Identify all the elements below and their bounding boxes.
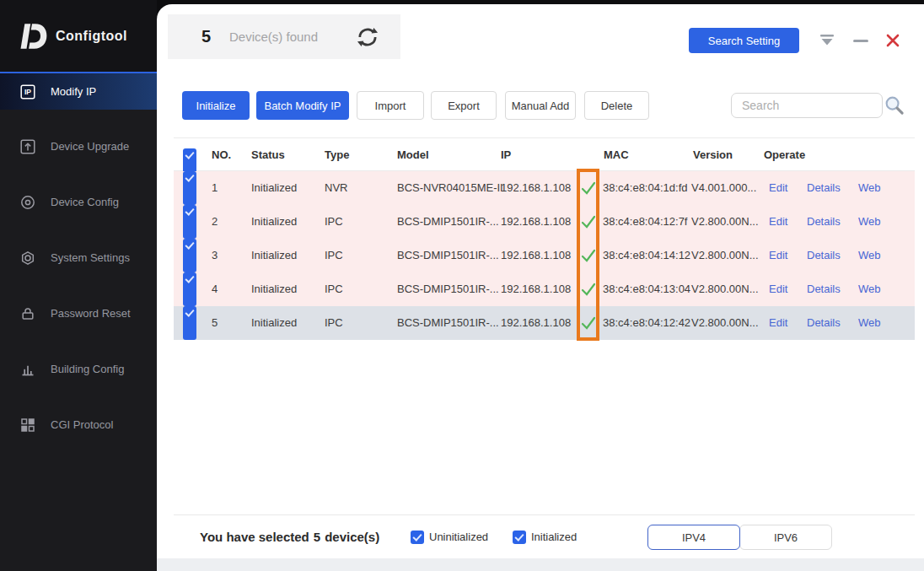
cell-no: 4	[212, 272, 218, 306]
sidebar-item-system-settings[interactable]: System Settings	[0, 239, 157, 277]
sidebar: Configtool IP Modify IP	[0, 0, 157, 571]
import-button[interactable]: Import	[357, 91, 424, 120]
initialize-button[interactable]: Initialize	[182, 91, 250, 120]
edit-link[interactable]: Edit	[769, 171, 787, 205]
online-check-icon	[581, 315, 596, 331]
minimize-button[interactable]	[850, 30, 872, 51]
row-checkbox[interactable]	[183, 272, 196, 306]
search-icon[interactable]	[884, 95, 905, 116]
table-row[interactable]: 3 Initialized IPC BCS-DMIP1501IR-... 192…	[174, 239, 915, 272]
sidebar-item-modify-ip[interactable]: IP Modify IP	[0, 72, 157, 110]
edit-link[interactable]: Edit	[769, 272, 787, 306]
cell-model: BCS-DMIP1501IR-...	[397, 239, 499, 272]
column-header-ip: IP	[501, 138, 511, 172]
delete-button[interactable]: Delete	[584, 91, 649, 120]
configtool-window: Configtool IP Modify IP	[0, 0, 924, 571]
sidebar-nav: IP Modify IP Device Upgrade	[0, 72, 157, 444]
batch-modify-ip-button[interactable]: Batch Modify IP	[256, 91, 349, 120]
cell-status: Initialized	[251, 272, 297, 306]
manual-add-button[interactable]: Manual Add	[505, 91, 576, 120]
uninitialized-label: Uninitialized	[429, 515, 488, 559]
sidebar-item-cgi-protocol[interactable]: CGI Protocol	[0, 406, 157, 444]
cell-no: 1	[212, 171, 218, 205]
table-row[interactable]: 4 Initialized IPC BCS-DMIP1501IR-... 192…	[174, 272, 915, 306]
online-check-icon	[581, 282, 596, 297]
details-link[interactable]: Details	[807, 205, 841, 239]
edit-link[interactable]: Edit	[769, 306, 787, 340]
details-link[interactable]: Details	[807, 272, 841, 306]
sidebar-item-building-config[interactable]: Building Config	[0, 350, 157, 388]
row-checkbox[interactable]	[183, 205, 196, 239]
column-header-type: Type	[325, 138, 349, 172]
uninitialized-checkbox[interactable]	[411, 531, 424, 544]
cell-version: V2.800.00N...	[691, 272, 759, 306]
app-title: Configtool	[56, 29, 127, 44]
web-link[interactable]: Web	[858, 272, 881, 306]
refresh-icon	[356, 25, 379, 49]
initialized-checkbox[interactable]	[513, 531, 526, 544]
cell-no: 3	[212, 239, 218, 272]
row-checkbox[interactable]	[183, 239, 196, 272]
ipv6-button[interactable]: IPV6	[739, 525, 832, 550]
web-link[interactable]: Web	[858, 306, 881, 340]
close-button[interactable]	[882, 30, 904, 51]
sidebar-item-label: Building Config	[51, 363, 124, 375]
bottom-strip	[157, 558, 924, 571]
cell-model: BCS-DMIP1501IR-...	[397, 306, 499, 340]
modify-ip-icon: IP	[20, 84, 35, 100]
sidebar-item-device-config[interactable]: Device Config	[0, 183, 157, 221]
table-row[interactable]: 2 Initialized IPC BCS-DMIP1501IR-... 192…	[174, 205, 915, 239]
table-row[interactable]: 5 Initialized IPC BCS-DMIP1501IR-... 192…	[174, 306, 915, 340]
building-config-icon	[20, 362, 35, 377]
column-header-no: NO.	[212, 138, 231, 172]
cell-status: Initialized	[251, 171, 297, 205]
row-checkbox[interactable]	[183, 306, 196, 340]
cell-status: Initialized	[251, 306, 297, 340]
sidebar-item-label: System Settings	[51, 251, 130, 264]
minimize-icon	[853, 40, 868, 42]
filter-dropdown-button[interactable]	[816, 30, 838, 51]
web-link[interactable]: Web	[858, 205, 881, 239]
cell-no: 2	[212, 205, 218, 239]
cell-model: BCS-DMIP1501IR-...	[397, 205, 499, 239]
search-input[interactable]	[731, 93, 883, 118]
edit-link[interactable]: Edit	[769, 205, 787, 239]
sidebar-item-label: Device Config	[51, 196, 119, 208]
online-check-icon	[581, 180, 596, 196]
ipv4-button[interactable]: IPV4	[647, 525, 740, 550]
table-row[interactable]: 1 Initialized NVR BCS-NVR04015ME-II 192.…	[174, 171, 915, 205]
details-link[interactable]: Details	[807, 306, 841, 340]
selection-summary-count: 5	[314, 530, 320, 544]
sidebar-item-label: Device Upgrade	[51, 140, 129, 153]
toolbar: Initialize Batch Modify IP Import Export…	[174, 80, 915, 137]
edit-link[interactable]: Edit	[769, 239, 787, 272]
footer-bar: You have selected5device(s) Uninitialize…	[174, 514, 915, 558]
details-link[interactable]: Details	[807, 239, 841, 272]
cell-mac: 38:c4:e8:04:12:7f	[603, 205, 687, 239]
details-link[interactable]: Details	[807, 171, 841, 205]
web-link[interactable]: Web	[858, 171, 881, 205]
cgi-protocol-icon	[20, 417, 35, 433]
search-setting-button[interactable]: Search Setting	[689, 28, 799, 53]
sidebar-item-device-upgrade[interactable]: Device Upgrade	[0, 127, 157, 165]
device-upgrade-icon	[20, 139, 35, 154]
row-checkbox[interactable]	[183, 171, 196, 205]
cell-no: 5	[212, 306, 218, 340]
svg-text:IP: IP	[24, 88, 31, 96]
column-header-model: Model	[397, 138, 429, 172]
refresh-button[interactable]	[356, 25, 379, 49]
cell-version: V2.800.00N...	[691, 205, 759, 239]
export-button[interactable]: Export	[431, 91, 497, 120]
cell-ip: 192.168.1.108	[501, 171, 571, 205]
cell-ip: 192.168.1.108	[501, 239, 571, 272]
online-check-icon	[581, 214, 596, 229]
cell-mac: 38:c4:e8:04:13:04	[603, 272, 690, 306]
selection-summary: You have selected5device(s)	[200, 515, 379, 559]
selection-summary-prefix: You have selected	[200, 530, 309, 544]
device-config-icon	[20, 195, 35, 210]
password-reset-icon	[20, 306, 35, 321]
device-count-label: Device(s) found	[229, 14, 318, 59]
device-count-box: 5 Device(s) found	[168, 14, 400, 59]
web-link[interactable]: Web	[858, 239, 881, 272]
sidebar-item-password-reset[interactable]: Password Reset	[0, 294, 157, 332]
